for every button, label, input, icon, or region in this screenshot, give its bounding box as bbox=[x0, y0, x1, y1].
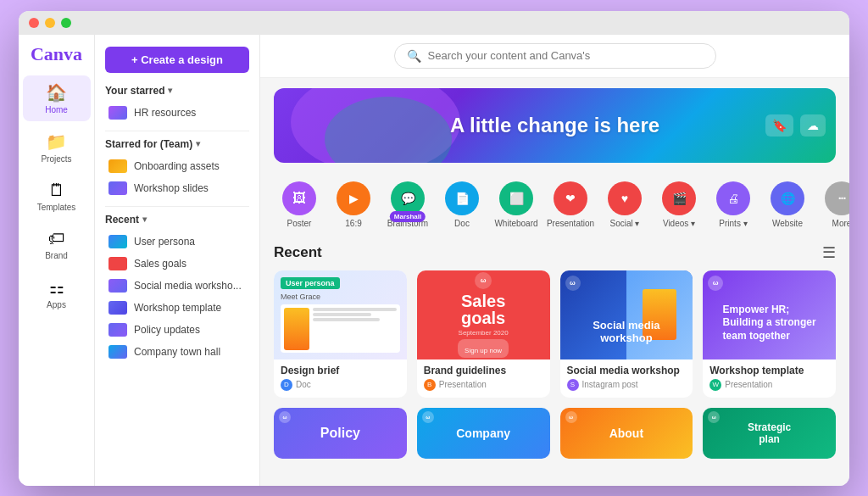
wo-logo-7: ω bbox=[565, 411, 577, 423]
wo-logo-8: ω bbox=[708, 411, 720, 423]
onboarding-icon bbox=[108, 159, 127, 173]
strategic-card-text: Strategicplan bbox=[748, 421, 791, 445]
sales-goals-icon bbox=[108, 257, 127, 270]
sales-title-text: Salesgoals bbox=[461, 293, 505, 326]
card-workshop-template[interactable]: ω Empower HR;Building a strongerteam tog… bbox=[703, 270, 836, 398]
doc-label: Doc bbox=[454, 219, 470, 228]
hero-share-button[interactable]: ☁ bbox=[800, 114, 826, 137]
about-card-text: About bbox=[609, 426, 643, 440]
left-item-workshop-template[interactable]: Workshop template bbox=[105, 297, 249, 319]
search-icon: 🔍 bbox=[407, 49, 421, 63]
card-name-1: Design brief bbox=[281, 365, 400, 376]
left-item-policy[interactable]: Policy updates bbox=[105, 319, 249, 341]
card-avatar-4: W bbox=[709, 379, 721, 391]
search-input[interactable] bbox=[428, 49, 704, 62]
sidebar-label-templates: Templates bbox=[37, 203, 76, 212]
left-item-sales-goals[interactable]: Sales goals bbox=[105, 253, 249, 275]
card-brand-guidelines[interactable]: ω Salesgoals September 2020 Sign up now … bbox=[417, 270, 550, 398]
left-item-user-persona[interactable]: User persona bbox=[105, 231, 249, 253]
bottom-cards-row: ω Policy ω Company ω bbox=[274, 408, 836, 459]
minimize-dot[interactable] bbox=[45, 18, 55, 28]
type-item-16-9[interactable]: ▶ 16:9 bbox=[328, 178, 379, 231]
close-dot[interactable] bbox=[29, 18, 39, 28]
card-meta-3: S Instagram post bbox=[567, 379, 687, 391]
sidebar-item-templates[interactable]: 🗒 Templates bbox=[23, 174, 91, 219]
type-row: 🖼 Poster ▶ 16:9 💬 Marshall Brainstorm bbox=[260, 171, 849, 238]
sidebar-label-brand: Brand bbox=[45, 251, 68, 260]
company-town-hall-icon bbox=[108, 345, 127, 359]
card-thumb-3: ω Social mediaworkshop bbox=[560, 270, 693, 359]
brand-icon: 🏷 bbox=[48, 229, 65, 248]
hero-bookmark-button[interactable]: 🔖 bbox=[765, 114, 793, 137]
left-item-social-media[interactable]: Social media worksho... bbox=[105, 275, 249, 297]
mac-window: Canva 🏠 Home 📁 Projects 🗒 Templates 🏷 Br… bbox=[19, 11, 849, 486]
list-view-icon[interactable]: ☰ bbox=[822, 243, 836, 262]
persona-line-2 bbox=[313, 313, 371, 316]
title-bar bbox=[19, 11, 849, 35]
type-item-presentation[interactable]: ❤ Presentation bbox=[545, 178, 596, 231]
recent-header: Recent ☰ bbox=[274, 243, 836, 262]
prints-icon: 🖨 bbox=[727, 192, 739, 205]
card-avatar-1: D bbox=[281, 379, 292, 391]
card-policy[interactable]: ω Policy bbox=[274, 408, 407, 459]
card-social-media[interactable]: ω Social mediaworkshop Social media work… bbox=[560, 270, 693, 398]
sidebar-item-brand[interactable]: 🏷 Brand bbox=[23, 222, 91, 267]
type-item-website[interactable]: 🌐 Website bbox=[762, 178, 813, 231]
left-item-company-town-hall[interactable]: Company town hall bbox=[105, 341, 249, 363]
presentation-icon: ❤ bbox=[565, 192, 576, 205]
create-design-button[interactable]: + Create a design bbox=[105, 47, 249, 73]
type-item-brainstorm[interactable]: 💬 Marshall Brainstorm bbox=[382, 178, 433, 231]
wo-logo-5: ω bbox=[279, 411, 291, 423]
left-item-hr-resources[interactable]: HR resources bbox=[105, 102, 249, 124]
website-label: Website bbox=[772, 219, 803, 228]
search-bar: 🔍 bbox=[394, 43, 716, 69]
card-info-2: Brand guidelines B Presentation bbox=[417, 359, 550, 398]
presentation-label: Presentation bbox=[547, 219, 594, 228]
home-icon: 🏠 bbox=[46, 82, 67, 103]
separator-2 bbox=[105, 206, 249, 207]
hero-text: A little change is here bbox=[450, 114, 659, 137]
workshop-template-icon bbox=[108, 301, 127, 315]
window-content: Canva 🏠 Home 📁 Projects 🗒 Templates 🏷 Br… bbox=[19, 35, 849, 486]
card-thumb-1: User persona Meet Grace bbox=[274, 270, 407, 359]
type-item-more[interactable]: ··· More bbox=[816, 178, 849, 231]
user-persona-icon bbox=[108, 235, 127, 248]
type-item-poster[interactable]: 🖼 Poster bbox=[274, 178, 325, 231]
left-item-onboarding[interactable]: Onboarding assets bbox=[105, 155, 249, 177]
maximize-dot[interactable] bbox=[61, 18, 71, 28]
wo-logo-2: ω bbox=[475, 272, 492, 289]
left-item-workshop-slides[interactable]: Workshop slides bbox=[105, 177, 249, 199]
card-name-3: Social media workshop bbox=[567, 365, 687, 376]
card-info-4: Workshop template W Presentation bbox=[703, 359, 836, 398]
sidebar-item-apps[interactable]: ⚏ Apps bbox=[23, 270, 91, 316]
templates-icon: 🗒 bbox=[48, 181, 65, 200]
social-label: Social ▾ bbox=[609, 219, 639, 228]
team-section-header: Starred for (Team) ▾ bbox=[105, 138, 249, 150]
card-design-brief[interactable]: User persona Meet Grace bbox=[274, 270, 407, 398]
ratio-icon: ▶ bbox=[349, 192, 359, 205]
card-about[interactable]: ω About bbox=[560, 408, 693, 459]
persona-photo bbox=[284, 308, 309, 350]
recent-title: Recent bbox=[274, 244, 322, 261]
hero-action-icons: 🔖 ☁ bbox=[765, 114, 826, 137]
card-meta-4: W Presentation bbox=[709, 379, 829, 391]
prints-label: Prints ▾ bbox=[719, 219, 747, 228]
workshop-slides-icon bbox=[108, 181, 127, 195]
policy-icon bbox=[108, 323, 127, 337]
more-icon: ··· bbox=[838, 192, 846, 205]
type-item-whiteboard[interactable]: ⬜ Whiteboard bbox=[491, 178, 542, 231]
type-item-videos[interactable]: 🎬 Videos ▾ bbox=[654, 178, 704, 231]
social-workshop-text: Social mediaworkshop bbox=[560, 312, 693, 351]
type-item-doc[interactable]: 📄 Doc bbox=[437, 178, 487, 231]
wo-logo-3: ω bbox=[565, 276, 581, 291]
sidebar-item-projects[interactable]: 📁 Projects bbox=[23, 125, 91, 170]
left-panel: + Create a design Your starred ▾ HR reso… bbox=[95, 35, 260, 486]
card-strategic[interactable]: ω Strategicplan bbox=[703, 408, 836, 459]
type-item-social[interactable]: ♥ Social ▾ bbox=[599, 178, 650, 231]
card-company[interactable]: ω Company bbox=[417, 408, 550, 459]
card-avatar-2: B bbox=[424, 379, 436, 391]
chevron-down-icon: ▾ bbox=[168, 86, 172, 95]
empower-card-text: Empower HR;Building a strongerteam toget… bbox=[716, 280, 823, 350]
sidebar-item-home[interactable]: 🏠 Home bbox=[23, 75, 91, 121]
type-item-prints[interactable]: 🖨 Prints ▾ bbox=[708, 178, 759, 231]
